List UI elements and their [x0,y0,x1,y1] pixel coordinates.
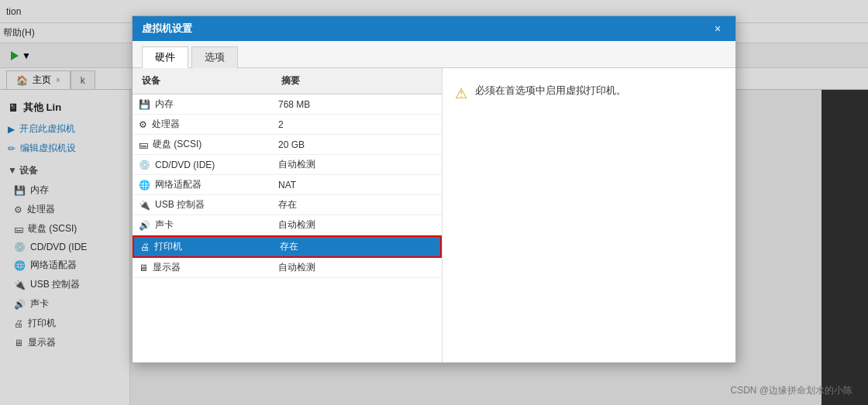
processor-row-icon: ⚙ [139,119,147,130]
memory-row-icon: 💾 [139,99,150,110]
warning-icon: ⚠ [455,85,467,102]
device-name-processor: ⚙ 处理器 [133,115,272,134]
device-row-usb[interactable]: 🔌 USB 控制器 存在 [133,195,442,215]
device-name-memory: 💾 内存 [133,94,272,114]
device-row-processor[interactable]: ⚙ 处理器 2 [133,115,442,135]
device-summary-printer: 存在 [274,237,440,256]
device-row-memory[interactable]: 💾 内存 768 MB [133,94,442,115]
device-name-sound: 🔊 声卡 [133,215,272,235]
display-row-icon: 🖥 [139,263,148,273]
device-table-header: 设备 摘要 [133,68,442,94]
dialog-tab-hardware[interactable]: 硬件 [142,46,188,68]
usb-row-icon: 🔌 [139,200,150,211]
device-name-printer: 🖨 打印机 [134,237,274,256]
dialog-vm-settings: 虚拟机设置 × 硬件 选项 设备 摘要 💾 [132,15,736,363]
device-row-harddisk[interactable]: 🖴 硬盘 (SCSI) 20 GB [133,135,442,155]
device-summary-cddvd: 自动检测 [272,155,442,174]
device-summary-memory: 768 MB [272,96,442,113]
device-name-display: 🖥 显示器 [133,258,272,277]
device-name-harddisk: 🖴 硬盘 (SCSI) [133,135,272,154]
dialog-device-panel: 设备 摘要 💾 内存 768 MB ⚙ 处理器 [133,68,443,362]
device-name-usb: 🔌 USB 控制器 [133,195,272,215]
device-summary-usb: 存在 [272,195,442,215]
device-summary-display: 自动检测 [272,258,442,277]
dialog-info-panel: ⚠ 必须在首选项中启用虚拟打印机。 [443,68,735,362]
col-header-device: 设备 [133,71,272,91]
device-row-cddvd[interactable]: 💿 CD/DVD (IDE) 自动检测 [133,155,442,175]
harddisk-row-icon: 🖴 [139,139,148,150]
dialog-close-button[interactable]: × [709,20,726,37]
dialog-titlebar: 虚拟机设置 × [133,16,735,41]
device-row-network[interactable]: 🌐 网络适配器 NAT [133,175,442,195]
device-name-network: 🌐 网络适配器 [133,175,272,194]
dialog-overlay: 虚拟机设置 × 硬件 选项 设备 摘要 💾 [0,0,868,405]
device-summary-network: NAT [272,177,442,194]
device-row-printer[interactable]: 🖨 打印机 存在 [133,235,442,258]
warning-text: 必须在首选项中启用虚拟打印机。 [475,84,626,98]
device-row-display[interactable]: 🖥 显示器 自动检测 [133,258,442,278]
sound-row-icon: 🔊 [139,220,150,231]
cddvd-row-icon: 💿 [139,160,150,170]
dialog-tab-options[interactable]: 选项 [191,46,238,68]
device-summary-sound: 自动检测 [272,215,442,235]
dialog-tabs: 硬件 选项 [133,41,735,68]
printer-row-icon: 🖨 [140,242,150,252]
device-row-sound[interactable]: 🔊 声卡 自动检测 [133,215,442,235]
dialog-title: 虚拟机设置 [142,22,709,36]
device-name-cddvd: 💿 CD/DVD (IDE) [133,156,272,173]
dialog-body: 设备 摘要 💾 内存 768 MB ⚙ 处理器 [133,68,735,362]
col-header-summary: 摘要 [272,71,442,91]
device-summary-processor: 2 [272,116,442,133]
network-row-icon: 🌐 [139,180,150,190]
device-summary-harddisk: 20 GB [272,136,442,153]
